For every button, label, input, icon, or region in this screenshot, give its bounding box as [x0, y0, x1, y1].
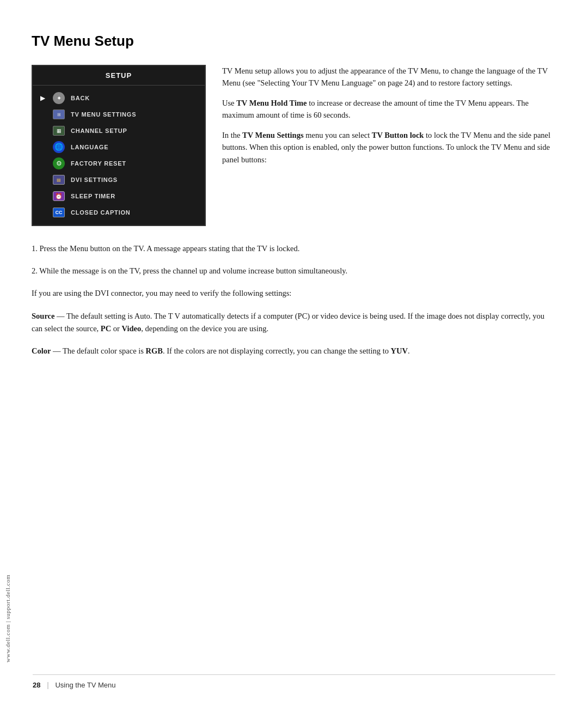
page-container: www.dell.com | support.dell.com TV Menu … [0, 0, 588, 706]
sleep-timer-icon: ⏰ [52, 191, 65, 202]
menu-label-tv-menu: TV MENU SETTINGS [71, 111, 136, 118]
menu-items: ▶ ✦ BACK ⊞ TV MENU SETTINGS [33, 86, 205, 225]
footer-separator: | [47, 680, 48, 690]
menu-label-factory: FACTORY RESET [71, 160, 126, 167]
page-title: TV Menu Setup [32, 33, 555, 50]
menu-label-language: LANGUAGE [71, 144, 108, 150]
content-columns: SETUP ▶ ✦ BACK ⊞ [32, 65, 555, 226]
body-para-5: Color — The default color space is RGB. … [32, 345, 555, 357]
desc-para-2: Use TV Menu Hold Time to increase or dec… [222, 97, 555, 121]
menu-screenshot: SETUP ▶ ✦ BACK ⊞ [32, 65, 206, 226]
back-icon: ✦ [52, 93, 65, 104]
body-para-2: 2. While the message is on the TV, press… [32, 265, 555, 277]
description-text: TV Menu setup allows you to adjust the a… [222, 65, 555, 226]
menu-item-sleep: ⏰ SLEEP TIMER [33, 188, 205, 204]
menu-header: SETUP [33, 66, 205, 86]
menu-label-channel: CHANNEL SETUP [71, 127, 127, 134]
sidebar-text: www.dell.com | support.dell.com [0, 0, 15, 706]
language-icon: 🌐 [52, 142, 65, 153]
menu-label-sleep: SLEEP TIMER [71, 193, 115, 199]
body-para-3: If you are using the DVI connector, you … [32, 287, 555, 300]
closed-caption-icon: CC [52, 207, 65, 218]
menu-item-tv-menu: ⊞ TV MENU SETTINGS [33, 106, 205, 123]
menu-arrow: ▶ [40, 94, 47, 102]
main-content: TV Menu Setup SETUP ▶ ✦ BACK [15, 0, 588, 706]
dvi-settings-icon: ▤ [52, 174, 65, 185]
menu-item-factory: ⚙ FACTORY RESET [33, 155, 205, 172]
factory-reset-icon: ⚙ [52, 158, 65, 169]
menu-label-dvi: DVI SETTINGS [71, 176, 118, 183]
body-para-4: Source — The default setting is Auto. Th… [32, 310, 555, 335]
desc-para-3: In the TV Menu Settings menu you can sel… [222, 129, 555, 166]
body-text: 1. Press the Menu button on the TV. A me… [32, 242, 555, 357]
menu-item-language: 🌐 LANGUAGE [33, 139, 205, 155]
body-para-1: 1. Press the Menu button on the TV. A me… [32, 242, 555, 255]
footer-page-number: 28 [33, 681, 40, 689]
channel-setup-icon: ▦ [52, 125, 65, 136]
menu-label-back: BACK [71, 95, 90, 101]
menu-label-cc: CLOSED CAPTION [71, 209, 131, 216]
footer-section: Using the TV Menu [55, 681, 115, 689]
menu-item-cc: CC CLOSED CAPTION [33, 204, 205, 221]
tv-menu-settings-icon: ⊞ [52, 109, 65, 120]
menu-item-channel: ▦ CHANNEL SETUP [33, 123, 205, 139]
footer: 28 | Using the TV Menu [33, 674, 555, 690]
menu-item-back: ▶ ✦ BACK [33, 90, 205, 106]
desc-para-1: TV Menu setup allows you to adjust the a… [222, 65, 555, 89]
menu-item-dvi: ▤ DVI SETTINGS [33, 172, 205, 188]
